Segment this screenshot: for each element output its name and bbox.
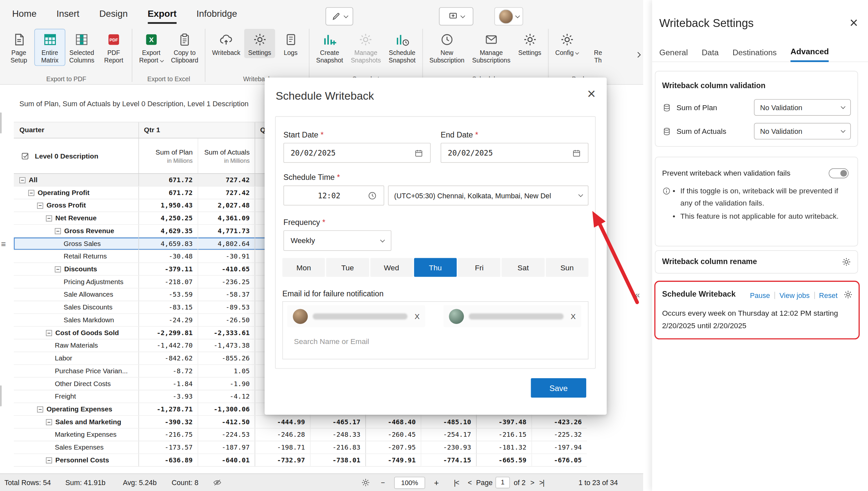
measure-header-cell[interactable]: Sum of Actualsin Millions — [198, 139, 255, 173]
value-cell[interactable]: -842.62 — [139, 352, 198, 365]
value-cell[interactable]: -30.91 — [198, 250, 255, 262]
ribbon-button-settings[interactable]: Settings — [514, 29, 545, 58]
value-cell[interactable]: -58.37 — [198, 288, 255, 300]
email-search-input[interactable]: Search Name or Email — [294, 337, 369, 345]
zoom-out-button[interactable]: − — [381, 474, 385, 491]
value-cell[interactable]: -216.15 — [476, 429, 531, 441]
value-cell[interactable]: -665.59 — [476, 454, 531, 466]
ribbon-button-create-snapshot[interactable]: CreateSnapshot — [312, 29, 347, 66]
remove-chip-button[interactable]: X — [571, 312, 576, 320]
value-cell[interactable]: -197.94 — [531, 441, 587, 454]
value-cell[interactable]: -30.48 — [139, 250, 198, 262]
day-button-fri[interactable]: Fri — [458, 258, 501, 277]
measure-header-cell[interactable]: Sum of Planin Millions — [139, 139, 198, 173]
tab-general[interactable]: General — [659, 48, 688, 61]
value-cell[interactable]: -397.48 — [476, 416, 531, 428]
value-cell[interactable]: -468.40 — [365, 416, 421, 428]
value-cell[interactable]: -732.97 — [255, 454, 310, 466]
tab-data[interactable]: Data — [701, 48, 719, 61]
value-cell[interactable]: -1,300.06 — [198, 403, 255, 415]
value-cell[interactable]: -423.26 — [531, 416, 587, 428]
value-cell[interactable]: -230.93 — [421, 441, 476, 454]
value-cell[interactable]: 2,027.48 — [198, 199, 255, 211]
ribbon-tab-insert[interactable]: Insert — [57, 8, 80, 24]
value-cell[interactable]: -187.97 — [198, 441, 255, 454]
remove-chip-button[interactable]: X — [415, 312, 420, 320]
ribbon-tab-home[interactable]: Home — [12, 8, 36, 24]
value-cell[interactable]: -3.93 — [139, 391, 198, 403]
ribbon-button-writeback[interactable]: Writeback — [208, 29, 244, 58]
value-cell[interactable]: -410.65 — [198, 263, 255, 275]
value-cell[interactable]: -1.84 — [139, 378, 198, 390]
frequency-dropdown[interactable]: Weekly — [283, 230, 391, 251]
day-button-sat[interactable]: Sat — [502, 258, 544, 277]
value-cell[interactable]: 1,950.43 — [139, 199, 198, 211]
value-cell[interactable]: -225.32 — [531, 429, 587, 441]
validation-dropdown-sum-of-actuals[interactable]: No Validation — [754, 123, 851, 140]
link-pause[interactable]: Pause — [750, 291, 770, 299]
ribbon-button-schedule-snapshot[interactable]: ScheduleSnapshot — [385, 29, 419, 66]
value-cell[interactable]: 727.42 — [198, 174, 255, 186]
day-button-sun[interactable]: Sun — [546, 258, 589, 277]
user-avatar-dropdown-button[interactable] — [495, 7, 523, 26]
table-row-sales-expenses[interactable]: Sales Expenses-173.57-187.97-198.71-216.… — [14, 441, 587, 454]
value-cell[interactable]: -774.15 — [421, 454, 476, 466]
value-cell[interactable]: -465.17 — [310, 416, 365, 428]
ribbon-button-entire-matrix[interactable]: EntireMatrix — [34, 29, 65, 66]
value-cell[interactable]: -218.07 — [139, 276, 198, 288]
value-cell[interactable]: -260.45 — [365, 429, 421, 441]
value-cell[interactable]: -83.15 — [139, 301, 198, 313]
panel-collapse-handle[interactable]: « — [635, 290, 640, 300]
value-cell[interactable]: -749.91 — [365, 454, 421, 466]
quarter-header-cell-qtr-1[interactable]: Qtr 1 — [139, 122, 255, 138]
prev-page-button[interactable]: < — [468, 474, 472, 491]
value-cell[interactable]: -198.71 — [255, 441, 310, 454]
ribbon-button-manage-subscriptions[interactable]: ManageSubscriptions — [468, 29, 514, 66]
value-cell[interactable]: -254.17 — [421, 429, 476, 441]
save-button[interactable]: Save — [531, 378, 586, 398]
zoom-in-button[interactable]: + — [434, 474, 439, 491]
value-cell[interactable]: -1,278.71 — [139, 403, 198, 415]
ribbon-button-config[interactable]: Config — [551, 29, 582, 58]
calendar-icon[interactable] — [572, 148, 581, 157]
ribbon-button-manage-snapshots[interactable]: ManageSnapshots — [347, 29, 385, 66]
ribbon-tab-design[interactable]: Design — [99, 8, 127, 24]
value-cell[interactable]: -855.26 — [198, 352, 255, 365]
value-cell[interactable]: -173.57 — [139, 441, 198, 454]
value-cell[interactable]: -8.72 — [139, 365, 198, 377]
day-button-thu[interactable]: Thu — [414, 258, 457, 277]
next-page-button[interactable]: > — [530, 474, 535, 491]
value-cell[interactable]: -379.11 — [139, 263, 198, 275]
last-page-button[interactable]: >| — [539, 474, 544, 491]
value-cell[interactable]: 4,250.25 — [139, 212, 198, 224]
ribbon-button-new-subscription[interactable]: NewSubscription — [425, 29, 468, 66]
value-cell[interactable]: -216.83 — [310, 441, 365, 454]
row-header-cell[interactable]: Level 0 Description — [14, 139, 139, 173]
value-cell[interactable]: -640.01 — [198, 454, 255, 466]
value-cell[interactable]: -1.90 — [198, 378, 255, 390]
start-date-input[interactable]: 20/02/2025 — [283, 143, 431, 163]
value-cell[interactable]: -224.53 — [198, 429, 255, 441]
day-button-tue[interactable]: Tue — [326, 258, 369, 277]
schedule-time-input[interactable]: 12:02 — [283, 185, 384, 206]
ribbon-button-selected-columns[interactable]: SelectedColumns — [65, 29, 98, 66]
value-cell[interactable]: -738.01 — [310, 454, 365, 466]
row-drag-handle-icon[interactable]: ≡ — [1, 239, 6, 249]
value-cell[interactable]: -207.95 — [365, 441, 421, 454]
day-button-wed[interactable]: Wed — [370, 258, 413, 277]
eye-off-icon[interactable] — [213, 478, 222, 487]
ribbon-button-export-report[interactable]: XExportReport — [135, 29, 167, 66]
collapse-icon[interactable]: − — [28, 190, 34, 196]
close-icon[interactable]: × — [587, 86, 596, 101]
gear-icon[interactable] — [843, 290, 853, 299]
ribbon-button-page-setup[interactable]: PageSetup — [3, 29, 34, 66]
gear-icon[interactable] — [841, 257, 851, 267]
ribbon-button-copy-to-clipboard[interactable]: Copy toClipboard — [167, 29, 202, 66]
ribbon-button-settings[interactable]: Settings — [244, 29, 275, 58]
value-cell[interactable]: -2,333.61 — [198, 326, 255, 339]
value-cell[interactable]: -26.50 — [198, 314, 255, 326]
value-cell[interactable]: 671.72 — [139, 186, 198, 199]
prevent-writeback-toggle[interactable] — [829, 168, 848, 178]
value-cell[interactable]: -485.10 — [421, 416, 476, 428]
table-row-marketing-expenses[interactable]: Marketing Expenses-216.75-224.53-246.28-… — [14, 429, 587, 441]
